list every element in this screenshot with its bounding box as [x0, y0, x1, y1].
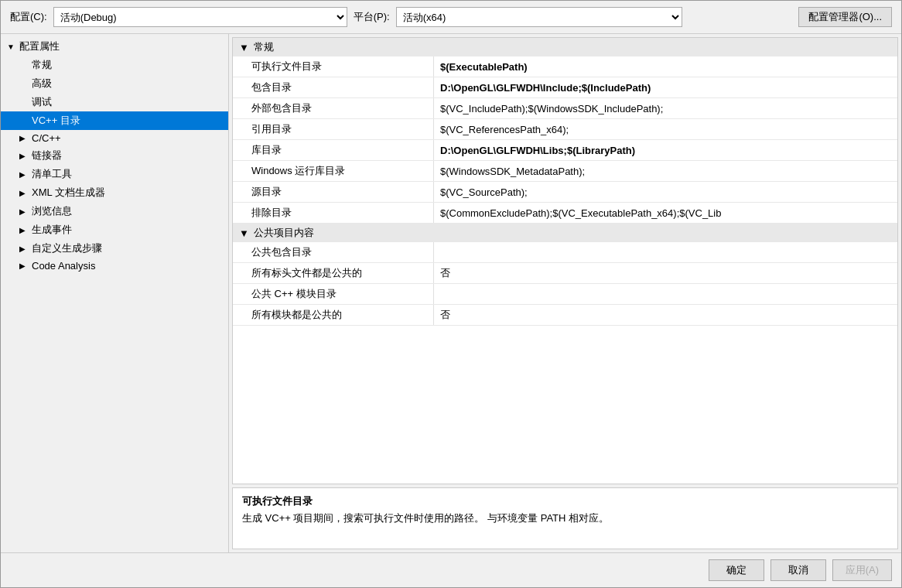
section-header-public[interactable]: ▼公共项目内容 — [233, 224, 897, 242]
prop-name: 包含目录 — [233, 77, 434, 97]
section-header-general[interactable]: ▼常规 — [233, 38, 897, 56]
prop-row[interactable]: 可执行文件目录$(ExecutablePath) — [233, 56, 897, 77]
prop-name: 可执行文件目录 — [233, 56, 434, 77]
prop-name: 库目录 — [233, 140, 434, 160]
prop-value: $(WindowsSDK_MetadataPath); — [434, 161, 897, 181]
prop-value: 否 — [434, 305, 897, 325]
sidebar-item-vc-dirs[interactable]: VC++ 目录 — [1, 111, 228, 130]
sidebar-item-linker[interactable]: ▶链接器 — [1, 146, 228, 165]
config-label: 配置(C): — [10, 10, 47, 24]
sidebar-root[interactable]: ▼ 配置属性 — [1, 37, 228, 56]
prop-row[interactable]: 所有模块都是公共的否 — [233, 305, 897, 326]
description-title: 可执行文件目录 — [242, 494, 888, 508]
prop-row[interactable]: 所有标头文件都是公共的否 — [233, 263, 897, 284]
sidebar-item-manifest[interactable]: ▶清单工具 — [1, 165, 228, 183]
prop-row[interactable]: 公共包含目录 — [233, 242, 897, 263]
sidebar-item-code-analysis[interactable]: ▶Code Analysis — [1, 258, 228, 274]
bottom-bar: 确定 取消 应用(A) — [1, 552, 901, 587]
sidebar-item-label-cpp: C/C++ — [32, 132, 61, 144]
xml-gen-expand-icon: ▶ — [19, 189, 32, 197]
sidebar-item-label-manifest: 清单工具 — [32, 167, 72, 181]
manifest-expand-icon: ▶ — [19, 170, 32, 179]
main-content: ▼ 配置属性 常规高级调试VC++ 目录▶C/C++▶链接器▶清单工具▶XML … — [1, 34, 901, 552]
root-expand-icon: ▼ — [7, 43, 19, 51]
prop-name: 公共包含目录 — [233, 242, 434, 262]
prop-row[interactable]: 源目录$(VC_SourcePath); — [233, 182, 897, 203]
sections-container: ▼常规可执行文件目录$(ExecutablePath)包含目录D:\OpenGL… — [233, 38, 897, 326]
prop-row[interactable]: 公共 C++ 模块目录 — [233, 284, 897, 305]
properties-area: ▼常规可执行文件目录$(ExecutablePath)包含目录D:\OpenGL… — [232, 37, 898, 484]
section-label-public: 公共项目内容 — [254, 226, 314, 240]
config-manager-button[interactable]: 配置管理器(O)... — [798, 7, 892, 27]
prop-value: 否 — [434, 263, 897, 283]
sidebar-root-label: 配置属性 — [19, 39, 60, 53]
prop-row[interactable]: 引用目录$(VC_ReferencesPath_x64); — [233, 119, 897, 140]
sidebar-item-browse[interactable]: ▶浏览信息 — [1, 202, 228, 220]
prop-value: D:\OpenGL\GLFWDH\Libs;$(LibraryPath) — [434, 140, 897, 160]
cancel-button[interactable]: 取消 — [770, 559, 826, 581]
prop-value: $(VC_IncludePath);$(WindowsSDK_IncludePa… — [434, 98, 897, 118]
sidebar-items-container: 常规高级调试VC++ 目录▶C/C++▶链接器▶清单工具▶XML 文档生成器▶浏… — [1, 56, 228, 274]
prop-value: D:\OpenGL\GLFWDH\Include;$(IncludePath) — [434, 77, 897, 97]
description-text: 生成 VC++ 项目期间，搜索可执行文件时使用的路径。 与环境变量 PATH 相… — [242, 511, 888, 525]
prop-name: 排除目录 — [233, 203, 434, 223]
sidebar-item-label-vc-dirs: VC++ 目录 — [32, 114, 80, 128]
public-section-expand-icon: ▼ — [239, 227, 249, 239]
sidebar-item-label-debug: 调试 — [32, 95, 52, 109]
prop-row[interactable]: 包含目录D:\OpenGL\GLFWDH\Include;$(IncludePa… — [233, 77, 897, 98]
config-select[interactable]: 活动(Debug) — [53, 7, 347, 27]
sidebar-item-build-events[interactable]: ▶生成事件 — [1, 220, 228, 239]
prop-name: 引用目录 — [233, 119, 434, 139]
prop-name: 公共 C++ 模块目录 — [233, 284, 434, 304]
prop-name: 所有模块都是公共的 — [233, 305, 434, 325]
sidebar-item-advanced[interactable]: 高级 — [1, 74, 228, 93]
sidebar-item-label-browse: 浏览信息 — [32, 204, 72, 218]
top-bar: 配置(C): 活动(Debug) 平台(P): 活动(x64) 配置管理器(O)… — [1, 1, 901, 34]
general-section-expand-icon: ▼ — [239, 42, 249, 53]
sidebar-item-label-custom-build: 自定义生成步骤 — [32, 241, 102, 255]
sidebar-item-cpp[interactable]: ▶C/C++ — [1, 130, 228, 146]
prop-row[interactable]: 排除目录$(CommonExcludePath);$(VC_Executable… — [233, 203, 897, 224]
sidebar-item-debug[interactable]: 调试 — [1, 93, 228, 111]
sidebar-item-label-xml-gen: XML 文档生成器 — [32, 186, 105, 200]
sidebar-item-custom-build[interactable]: ▶自定义生成步骤 — [1, 239, 228, 258]
sidebar-item-label-general: 常规 — [32, 58, 52, 72]
cpp-expand-icon: ▶ — [19, 134, 32, 142]
linker-expand-icon: ▶ — [19, 152, 32, 160]
sidebar: ▼ 配置属性 常规高级调试VC++ 目录▶C/C++▶链接器▶清单工具▶XML … — [1, 34, 229, 552]
prop-value: $(VC_ReferencesPath_x64); — [434, 119, 897, 139]
prop-value: $(CommonExcludePath);$(VC_ExecutablePath… — [434, 203, 897, 223]
prop-row[interactable]: 外部包含目录$(VC_IncludePath);$(WindowsSDK_Inc… — [233, 98, 897, 119]
prop-name: 所有标头文件都是公共的 — [233, 263, 434, 283]
code-analysis-expand-icon: ▶ — [19, 262, 32, 270]
prop-row[interactable]: Windows 运行库目录$(WindowsSDK_MetadataPath); — [233, 161, 897, 182]
browse-expand-icon: ▶ — [19, 207, 32, 216]
prop-value — [434, 242, 897, 262]
custom-build-expand-icon: ▶ — [19, 244, 32, 253]
sidebar-item-xml-gen[interactable]: ▶XML 文档生成器 — [1, 183, 228, 202]
platform-label: 平台(P): — [354, 10, 390, 24]
sidebar-item-label-code-analysis: Code Analysis — [32, 260, 95, 272]
sidebar-item-label-advanced: 高级 — [32, 77, 52, 91]
prop-name: 源目录 — [233, 182, 434, 202]
sidebar-item-general[interactable]: 常规 — [1, 56, 228, 74]
description-area: 可执行文件目录 生成 VC++ 项目期间，搜索可执行文件时使用的路径。 与环境变… — [232, 487, 898, 549]
prop-name: 外部包含目录 — [233, 98, 434, 118]
platform-select[interactable]: 活动(x64) — [396, 7, 682, 27]
apply-button[interactable]: 应用(A) — [832, 559, 892, 581]
prop-name: Windows 运行库目录 — [233, 161, 434, 181]
prop-value: $(ExecutablePath) — [434, 56, 897, 77]
prop-row[interactable]: 库目录D:\OpenGL\GLFWDH\Libs;$(LibraryPath) — [233, 140, 897, 161]
sidebar-item-label-linker: 链接器 — [32, 149, 62, 162]
right-panel: ▼常规可执行文件目录$(ExecutablePath)包含目录D:\OpenGL… — [229, 34, 901, 552]
prop-value — [434, 284, 897, 304]
prop-value: $(VC_SourcePath); — [434, 182, 897, 202]
ok-button[interactable]: 确定 — [709, 559, 764, 581]
sidebar-item-label-build-events: 生成事件 — [32, 223, 72, 237]
section-label-general: 常规 — [254, 40, 274, 54]
build-events-expand-icon: ▶ — [19, 226, 32, 234]
